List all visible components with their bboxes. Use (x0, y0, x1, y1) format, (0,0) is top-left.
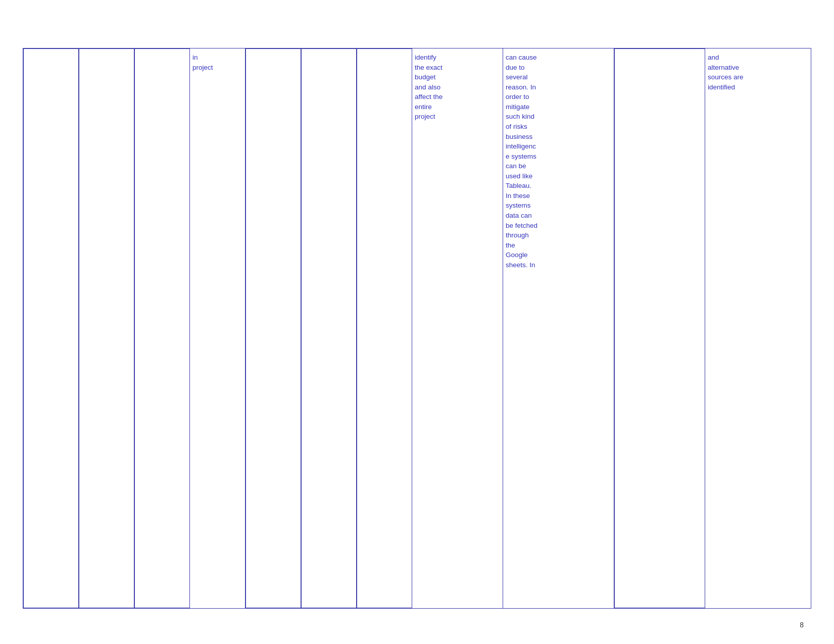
table-row: in project identify the exact budget and… (23, 48, 811, 608)
table-cell-7 (357, 48, 412, 608)
page-number: 8 (800, 621, 804, 629)
page: in project identify the exact budget and… (0, 0, 834, 644)
table-cell-11: and alternative sources are identified (705, 48, 811, 608)
table-cell-1 (23, 48, 79, 608)
table-cell-8: identify the exact budget and also affec… (412, 48, 503, 608)
table-cell-6 (301, 48, 357, 608)
table-cell-4: in project (190, 48, 246, 608)
text-and-alternative: and alternative sources are identified (708, 54, 744, 91)
table-cell-2 (79, 48, 134, 608)
table-cell-9: can cause due to several reason. In orde… (503, 48, 614, 608)
table-cell-5 (246, 48, 301, 608)
text-in-project: in project (192, 54, 213, 71)
document-table: in project identify the exact budget and… (23, 48, 811, 609)
text-can-cause: can cause due to several reason. In orde… (506, 54, 537, 269)
text-identify: identify the exact budget and also affec… (415, 54, 443, 120)
table-cell-10 (614, 48, 705, 608)
table-cell-3 (134, 48, 190, 608)
